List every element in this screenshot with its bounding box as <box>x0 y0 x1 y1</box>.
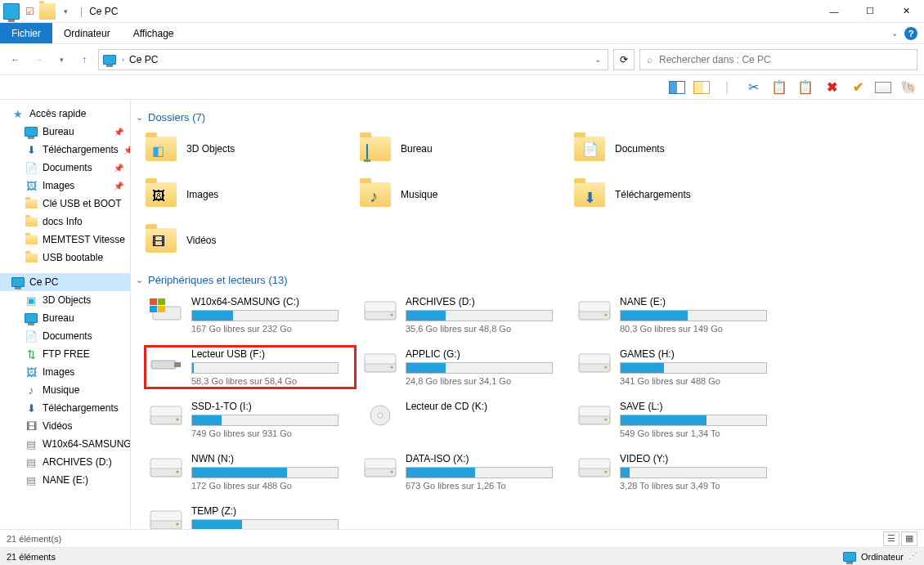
chevron-down-icon[interactable]: ⌄ <box>136 112 143 123</box>
drive-usage-bar <box>191 310 339 321</box>
drive-item[interactable]: SAVE (L:) 549 Go libres sur 1,34 To <box>572 397 785 442</box>
copy-icon[interactable]: 📋 <box>770 78 788 96</box>
star-icon: ★ <box>11 107 25 120</box>
drive-label: TEMP (Z:) <box>191 505 352 517</box>
refresh-button[interactable]: ⟳ <box>613 49 635 70</box>
nav-back-button[interactable]: ← <box>7 51 25 69</box>
pin-icon: 📌 <box>123 146 130 155</box>
view-details-icon[interactable]: ☰ <box>883 531 899 546</box>
sidebar-item-pc[interactable]: 🖼 Images <box>0 363 130 381</box>
status-item-count: 21 élément(s) <box>7 534 61 544</box>
menu-computer[interactable]: Ordinateur <box>52 23 122 43</box>
sidebar-item-pc[interactable]: ⇅ FTP FREE <box>0 345 130 363</box>
sidebar-item-label: Images <box>43 366 74 378</box>
search-input[interactable] <box>659 54 910 65</box>
sidebar-item-pc[interactable]: ▣ 3D Objects <box>0 291 130 309</box>
rename-icon[interactable]: ✔ <box>849 78 867 96</box>
breadcrumb-sep-icon[interactable]: › <box>122 56 124 64</box>
sidebar-item-pc[interactable]: ⬇ Téléchargements <box>0 399 130 417</box>
nav-up-button[interactable]: ↑ <box>75 51 93 69</box>
search-box[interactable]: ⌕ <box>639 49 917 70</box>
nav-forward-button[interactable]: → <box>29 51 47 69</box>
menu-view[interactable]: Affichage <box>122 23 186 43</box>
drive-icon <box>577 401 612 430</box>
folder-label: Vidéos <box>186 235 216 246</box>
folder-item[interactable]: Bureau <box>358 130 571 168</box>
menu-file[interactable]: Fichier <box>0 23 52 43</box>
qat-properties-icon[interactable]: ☑ <box>21 3 38 20</box>
sidebar-item-label: Téléchargements <box>43 402 119 414</box>
sidebar-item-pc[interactable]: ▤ ARCHIVES (D:) <box>0 453 130 471</box>
drive-item[interactable]: NWN (N:) 172 Go libres sur 488 Go <box>144 450 357 494</box>
folder-item[interactable]: ⬇ Téléchargements <box>572 176 785 213</box>
maximize-button[interactable]: ☐ <box>852 0 888 23</box>
close-button[interactable]: ✕ <box>888 0 924 23</box>
sidebar-item-folder[interactable]: MEMTEST Vitesse <box>0 231 130 249</box>
drive-item[interactable]: APPLIC (G:) 24,8 Go libres sur 34,1 Go <box>358 345 571 389</box>
sidebar-item-pc[interactable]: 📄 Documents <box>0 327 130 345</box>
group-title: Périphériques et lecteurs (13) <box>148 274 288 286</box>
sidebar-item-pc[interactable]: ▤ W10x64-SAMSUNG <box>0 435 130 453</box>
system-icon[interactable] <box>3 3 20 20</box>
sidebar-quick-access[interactable]: ★ Accès rapide <box>0 105 130 123</box>
content-pane[interactable]: ⌄ Dossiers (7) ◧ 3D Objects Bureau 📄 Doc… <box>131 100 924 529</box>
address-dropdown-icon[interactable]: ⌄ <box>591 55 604 64</box>
qat-dropdown-icon[interactable]: ▾ <box>57 3 74 20</box>
view-tiles-icon[interactable]: ▦ <box>901 531 917 546</box>
shell-icon[interactable]: 🐚 <box>899 78 917 96</box>
drive-item[interactable]: W10x64-SAMSUNG (C:) 167 Go libres sur 23… <box>144 293 357 337</box>
sidebar-item-folder[interactable]: docs Info <box>0 213 130 231</box>
cut-icon[interactable]: ✂ <box>744 78 762 96</box>
location-text[interactable]: Ce PC <box>129 54 586 65</box>
sidebar-item-label: Musique <box>43 384 79 396</box>
drive-item[interactable]: ARCHIVES (D:) 35,6 Go libres sur 48,8 Go <box>358 293 571 337</box>
sidebar-item-folder[interactable]: USB bootable <box>0 249 130 267</box>
address-bar[interactable]: › Ce PC ⌄ <box>98 49 608 70</box>
folder-item[interactable]: 🎞 Vidéos <box>144 222 357 259</box>
mail-icon[interactable] <box>875 82 891 93</box>
drive-label: W10x64-SAMSUNG (C:) <box>191 296 352 307</box>
drive-item[interactable]: Lecteur de CD (K:) <box>358 397 571 442</box>
drive-item[interactable]: SSD-1-TO (I:) 749 Go libres sur 931 Go <box>144 397 357 442</box>
sidebar-item-label: W10x64-SAMSUNG <box>43 438 130 450</box>
drive-item[interactable]: TEMP (Z:) 157 Go libres sur 238 Go <box>144 502 357 529</box>
sidebar-item-pc[interactable]: ♪ Musique <box>0 381 130 399</box>
sidebar-item-label: ARCHIVES (D:) <box>43 456 112 468</box>
group-header-drives[interactable]: ⌄ Périphériques et lecteurs (13) <box>136 274 919 286</box>
sidebar-this-pc[interactable]: Ce PC <box>0 273 130 291</box>
group-header-folders[interactable]: ⌄ Dossiers (7) <box>136 111 919 123</box>
paste-icon[interactable]: 📋 <box>796 78 814 96</box>
sidebar-item-pc[interactable]: 🎞 Vidéos <box>0 417 130 435</box>
folder-icon: 🎞 <box>144 223 178 258</box>
sidebar-item-pinned[interactable]: Bureau 📌 <box>0 123 130 141</box>
drive-item[interactable]: VIDEO (Y:) 3,28 To libres sur 3,49 To <box>572 450 785 494</box>
resize-grip-icon[interactable]: ⋰ <box>908 551 917 562</box>
drive-icon <box>363 296 397 325</box>
qat-newfolder-icon[interactable] <box>39 3 56 20</box>
sidebar-item-pinned[interactable]: 🖼 Images 📌 <box>0 177 130 195</box>
sidebar-item-folder[interactable]: Clé USB et BOOT <box>0 195 130 213</box>
drive-item[interactable]: DATA-ISO (X:) 673 Go libres sur 1,26 To <box>358 450 571 494</box>
minimize-button[interactable]: — <box>816 0 852 23</box>
details-pane-icon[interactable] <box>693 81 710 94</box>
navigation-tree[interactable]: ★ Accès rapide Bureau 📌 ⬇ Téléchargement… <box>0 100 131 529</box>
folder-icon: ⬇ <box>572 177 607 212</box>
preview-pane-icon[interactable] <box>669 81 685 94</box>
sidebar-item-pinned[interactable]: 📄 Documents 📌 <box>0 159 130 177</box>
chevron-down-icon[interactable]: ⌄ <box>136 275 143 285</box>
ribbon-collapse-icon[interactable]: ⌄ <box>891 29 898 38</box>
drive-item[interactable]: GAMES (H:) 341 Go libres sur 488 Go <box>572 345 785 389</box>
folder-item[interactable]: ◧ 3D Objects <box>144 130 357 168</box>
drive-item[interactable]: Lecteur USB (F:) 58,3 Go libres sur 58,4… <box>144 345 357 389</box>
folder-item[interactable]: 📄 Documents <box>572 130 785 168</box>
help-icon[interactable]: ? <box>904 27 917 40</box>
drive-icon <box>363 348 397 378</box>
folder-item[interactable]: ♪ Musique <box>358 176 571 213</box>
folder-item[interactable]: 🖼 Images <box>144 176 357 213</box>
sidebar-item-pc[interactable]: ▤ NANE (E:) <box>0 471 130 489</box>
delete-icon[interactable]: ✖ <box>823 78 841 96</box>
sidebar-item-pinned[interactable]: ⬇ Téléchargements 📌 <box>0 141 130 159</box>
drive-item[interactable]: NANE (E:) 80,3 Go libres sur 149 Go <box>572 293 785 337</box>
nav-recent-dropdown[interactable]: ▾ <box>52 51 70 69</box>
sidebar-item-pc[interactable]: Bureau <box>0 309 130 327</box>
